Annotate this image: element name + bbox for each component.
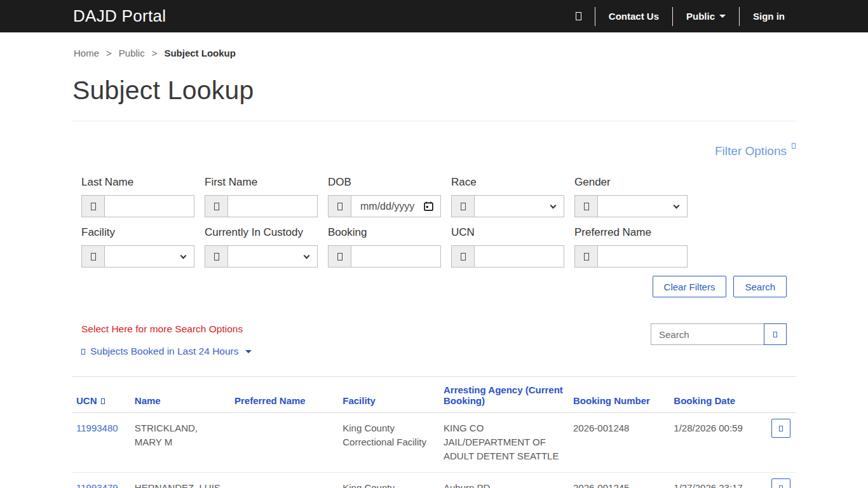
breadcrumb-public[interactable]: Public [119, 48, 145, 58]
detail-icon [779, 426, 783, 431]
results-table: UCN Name Preferred Name Facility Arresti… [72, 376, 796, 488]
first-name-input[interactable] [228, 196, 317, 217]
field-gender: Gender [574, 176, 688, 217]
cell-arresting-agency: KING CO JAIL/DEPARTMENT OF ADULT DETENT … [438, 413, 568, 473]
field-race: Race [451, 176, 564, 217]
column-header-ucn[interactable]: UCN [72, 377, 130, 413]
filter-row-1: Last Name First Name DOB mm/dd/ [81, 176, 787, 217]
filter-buttons: Clear Filters Search [72, 276, 796, 297]
field-dob: DOB mm/dd/yyyy [328, 176, 441, 217]
dob-group: mm/dd/yyyy [328, 195, 441, 217]
dob-input[interactable]: mm/dd/yyyy [351, 196, 440, 217]
chevron-down-icon [304, 252, 310, 259]
field-custody: Currently In Custody [205, 226, 318, 268]
race-group [451, 195, 564, 217]
race-addon-icon [452, 196, 475, 217]
cell-facility: King County Correctional Facility [337, 473, 438, 488]
custody-group [205, 245, 318, 268]
preferred-name-group [574, 245, 688, 268]
person-icon [82, 196, 105, 217]
cell-booking-date: 1/27/2026 23:17 [668, 473, 766, 488]
table-search-input[interactable] [651, 323, 764, 345]
nav-sign-in[interactable]: Sign in [740, 11, 798, 22]
person-icon [575, 246, 598, 267]
nav-public-label: Public [686, 11, 715, 22]
table-search-button[interactable] [764, 323, 787, 345]
nav-public-menu[interactable]: Public [673, 11, 739, 22]
facility-select[interactable] [105, 246, 194, 267]
booked-last-24-hours-link[interactable]: Subjects Booked in Last 24 Hours [81, 346, 252, 357]
building-icon [82, 246, 105, 267]
race-select[interactable] [475, 196, 564, 217]
nav-contact-us[interactable]: Contact Us [595, 11, 672, 22]
column-header-arresting-agency[interactable]: Arresting Agency (Current Booking) [438, 377, 568, 413]
facility-group [81, 245, 194, 268]
booking-label: Booking [328, 226, 441, 239]
column-header-name[interactable]: Name [130, 377, 229, 413]
row-detail-button[interactable] [771, 478, 790, 488]
field-last-name: Last Name [81, 176, 194, 217]
external-link-icon [792, 143, 796, 149]
custody-select[interactable] [228, 246, 317, 267]
ucn-group [451, 245, 564, 268]
gender-select[interactable] [598, 196, 687, 217]
person-icon [205, 196, 228, 217]
table-search-group [651, 323, 787, 345]
gender-label: Gender [574, 176, 688, 189]
ucn-link[interactable]: 11993480 [76, 423, 118, 433]
page-title: Subject Lookup [72, 76, 796, 121]
more-search-options-link[interactable]: Select Here for more Search Options [81, 323, 252, 335]
chevron-down-icon [674, 202, 680, 208]
custody-label: Currently In Custody [205, 226, 318, 239]
ucn-link[interactable]: 11993479 [76, 482, 118, 488]
table-row: 11993479 HERNANDEZ, LUIS A King County C… [72, 473, 796, 488]
ucn-input[interactable] [475, 246, 564, 267]
column-header-facility[interactable]: Facility [337, 377, 438, 413]
navbar-search-button[interactable] [562, 12, 595, 20]
dob-label: DOB [328, 176, 441, 189]
detail-icon [779, 485, 783, 488]
race-label: Race [451, 176, 564, 189]
search-button[interactable]: Search [733, 276, 787, 297]
cell-booking-number: 2026-001248 [568, 413, 668, 473]
first-name-group [205, 195, 318, 217]
column-header-booking-date[interactable]: Booking Date [668, 377, 766, 413]
caret-down-icon [245, 350, 252, 353]
booking-group [328, 245, 441, 268]
options-and-search-row: Select Here for more Search Options Subj… [72, 323, 796, 357]
last-name-label: Last Name [81, 176, 194, 189]
chevron-down-icon [180, 252, 187, 259]
filter-options-label: Filter Options [715, 144, 787, 158]
filter-form: Last Name First Name DOB mm/dd/ [72, 176, 796, 268]
clear-filters-button[interactable]: Clear Filters [653, 276, 727, 297]
clock-icon [81, 349, 85, 355]
booking-input[interactable] [351, 246, 440, 267]
last-name-input[interactable] [105, 196, 194, 217]
preferred-name-input[interactable] [598, 246, 687, 267]
booking-addon-icon [329, 246, 351, 267]
gender-group [574, 195, 688, 217]
cell-booking-number: 2026-001245 [568, 473, 668, 488]
row-detail-button[interactable] [771, 419, 790, 438]
chevron-down-icon [550, 202, 557, 208]
sort-icon [101, 398, 105, 404]
filter-options-link[interactable]: Filter Options [715, 144, 796, 158]
breadcrumb-home[interactable]: Home [74, 48, 99, 58]
field-first-name: First Name [205, 176, 318, 217]
cell-preferred-name [229, 473, 337, 488]
page-container: Home > Public > Subject Lookup Subject L… [72, 48, 796, 488]
top-navbar: DAJD Portal Contact Us Public Sign in [0, 0, 868, 32]
caret-down-icon [719, 15, 726, 18]
column-header-booking-number[interactable]: Booking Number [568, 377, 668, 413]
brand-title[interactable]: DAJD Portal [73, 6, 166, 26]
calendar-picker-icon[interactable] [424, 201, 433, 211]
booked-last-24-hours-label: Subjects Booked in Last 24 Hours [90, 346, 239, 357]
gender-addon-icon [575, 196, 598, 217]
field-facility: Facility [81, 226, 194, 268]
lock-icon [205, 246, 228, 267]
column-header-preferred-name[interactable]: Preferred Name [229, 377, 337, 413]
facility-label: Facility [81, 226, 194, 239]
table-header-row: UCN Name Preferred Name Facility Arresti… [72, 377, 796, 413]
options-links: Select Here for more Search Options Subj… [81, 323, 252, 357]
field-booking: Booking [328, 226, 441, 268]
